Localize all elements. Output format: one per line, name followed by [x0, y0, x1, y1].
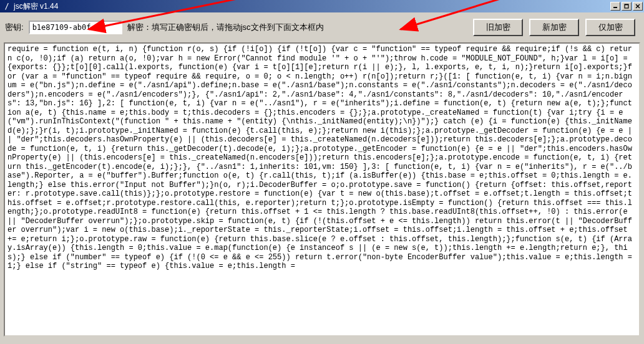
code-textarea[interactable]: require = function e(t, i, n) {function …: [5, 44, 639, 272]
minimize-button[interactable]: [610, 2, 620, 11]
app-icon: /: [2, 2, 11, 11]
button-group: 旧加密 新加密 仅加密: [473, 19, 639, 36]
code-textarea-frame: require = function e(t, i, n) {function …: [4, 42, 640, 337]
maximize-button[interactable]: [622, 2, 632, 11]
window-title: jsc解密 v1.44: [14, 1, 610, 12]
window-buttons: [610, 2, 643, 11]
key-input[interactable]: [29, 21, 122, 34]
close-button[interactable]: [633, 2, 643, 11]
key-label: 密钥:: [5, 22, 24, 33]
window-titlebar: / jsc解密 v1.44: [0, 0, 644, 12]
top-panel: 密钥: 解密：填写正确密钥后，请拖动jsc文件到下面文本框内 旧加密 新加密 仅…: [0, 12, 644, 42]
old-encrypt-button[interactable]: 旧加密: [473, 19, 523, 36]
only-encrypt-button[interactable]: 仅加密: [585, 19, 635, 36]
new-encrypt-button[interactable]: 新加密: [529, 19, 579, 36]
hint-text: 解密：填写正确密钥后，请拖动jsc文件到下面文本框内: [127, 22, 324, 33]
